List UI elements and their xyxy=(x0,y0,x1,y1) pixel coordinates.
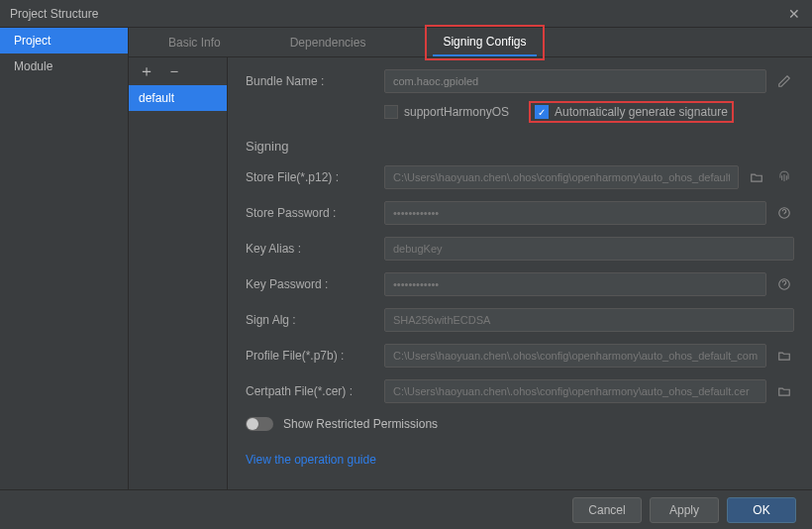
tabs: Basic Info Dependencies Signing Configs xyxy=(129,28,812,57)
show-restricted-label: Show Restricted Permissions xyxy=(283,417,438,431)
bundle-name-label: Bundle Name : xyxy=(246,74,384,88)
support-harmony-label: supportHarmonyOS xyxy=(404,105,509,119)
auto-sign-checkbox[interactable]: ✓ Automatically generate signature xyxy=(535,105,728,119)
checkbox-checked-icon: ✓ xyxy=(535,105,549,119)
remove-config-icon[interactable]: － xyxy=(166,61,182,82)
sidebar: Project Module xyxy=(0,28,129,489)
auto-sign-label: Automatically generate signature xyxy=(555,105,728,119)
store-file-label: Store File(*.p12) : xyxy=(246,170,384,184)
key-alias-label: Key Alias : xyxy=(246,242,384,256)
tab-signing-configs[interactable]: Signing Configs xyxy=(433,29,536,56)
certpath-file-label: Certpath File(*.cer) : xyxy=(246,384,384,398)
bundle-name-input[interactable] xyxy=(384,69,766,93)
help-icon[interactable] xyxy=(774,274,794,294)
sign-alg-input[interactable] xyxy=(384,308,794,332)
profile-file-input[interactable] xyxy=(384,344,766,368)
sidebar-item-project[interactable]: Project xyxy=(0,28,128,53)
tab-basic-info[interactable]: Basic Info xyxy=(158,30,231,55)
store-password-label: Store Password : xyxy=(246,206,384,220)
support-harmony-checkbox[interactable]: supportHarmonyOS xyxy=(384,105,509,119)
profile-file-label: Profile File(*.p7b) : xyxy=(246,349,384,363)
key-password-input[interactable] xyxy=(384,272,766,296)
store-file-input[interactable] xyxy=(384,165,739,189)
checkbox-icon xyxy=(384,105,398,119)
sidebar-item-module[interactable]: Module xyxy=(0,53,128,79)
folder-icon[interactable] xyxy=(774,381,794,401)
view-guide-link[interactable]: View the operation guide xyxy=(246,453,376,467)
key-alias-input[interactable] xyxy=(384,237,794,261)
edit-icon[interactable] xyxy=(774,71,794,91)
window-title: Project Structure xyxy=(10,7,786,21)
sign-alg-label: Sign Alg : xyxy=(246,313,384,327)
show-restricted-toggle[interactable] xyxy=(246,417,273,431)
help-icon[interactable] xyxy=(774,203,794,223)
config-item-default[interactable]: default xyxy=(129,85,227,111)
ok-button[interactable]: OK xyxy=(727,497,796,523)
key-password-label: Key Password : xyxy=(246,277,384,291)
fingerprint-icon[interactable] xyxy=(774,167,794,187)
certpath-file-input[interactable] xyxy=(384,379,766,403)
folder-icon[interactable] xyxy=(774,346,794,366)
config-list: ＋ － default xyxy=(129,57,228,489)
apply-button[interactable]: Apply xyxy=(650,497,719,523)
folder-icon[interactable] xyxy=(747,167,766,187)
signing-section-title: Signing xyxy=(246,139,794,154)
close-icon[interactable]: ✕ xyxy=(786,6,802,22)
store-password-input[interactable] xyxy=(384,201,766,225)
tab-dependencies[interactable]: Dependencies xyxy=(280,30,376,55)
form: Bundle Name : supportHarmonyOS xyxy=(228,57,812,489)
add-config-icon[interactable]: ＋ xyxy=(139,61,154,82)
cancel-button[interactable]: Cancel xyxy=(572,497,642,523)
